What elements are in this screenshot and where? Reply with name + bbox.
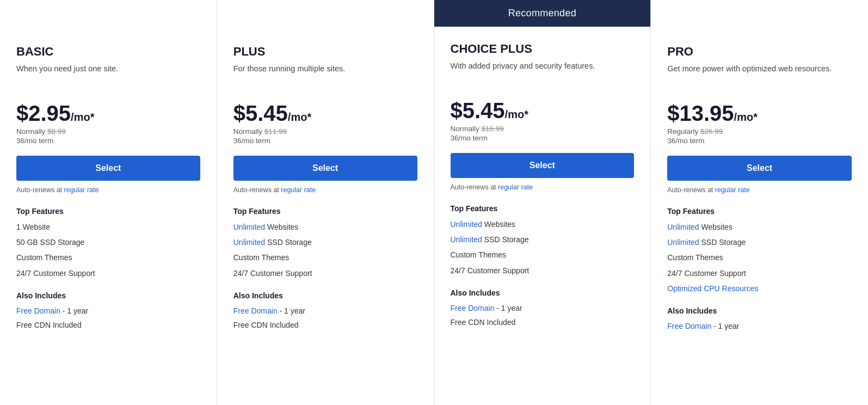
feature-item-basic-2: Custom Themes [16, 253, 200, 262]
price-normally-plus: Normally $11.99 [233, 127, 417, 136]
top-features-title-choice-plus: Top Features [451, 204, 635, 213]
regular-rate-link-pro[interactable]: regular rate [715, 186, 750, 194]
plan-name-pro: PRO [667, 45, 852, 59]
feature-item-basic-3: 24/7 Customer Support [16, 268, 200, 278]
feature-list-plus: Unlimited WebsitesUnlimited SSD StorageC… [233, 222, 417, 278]
also-highlight-choice-plus-0: Free Domain [451, 304, 495, 312]
also-list-choice-plus: Free Domain - 1 yearFree CDN Included [451, 304, 635, 327]
feature-list-basic: 1 Website50 GB SSD StorageCustom Themes2… [16, 222, 200, 278]
price-normally-choice-plus: Normally $16.99 [451, 125, 635, 133]
feature-highlight-plus-0: Unlimited [233, 223, 265, 231]
feature-item-pro-4: Optimized CPU Resources [667, 284, 852, 293]
price-row-basic: $2.95/mo* [16, 102, 200, 124]
feature-item-plus-2: Custom Themes [233, 253, 417, 262]
also-item-plus-0: Free Domain - 1 year [233, 306, 417, 315]
feature-highlight-choice-plus-0: Unlimited [451, 220, 482, 229]
feature-item-choice-plus-3: 24/7 Customer Support [451, 266, 635, 275]
price-term-plus: 36/mo term [233, 137, 417, 145]
also-item-pro-0: Free Domain - 1 year [667, 322, 852, 330]
also-item-choice-plus-1: Free CDN Included [451, 318, 635, 327]
top-features-title-pro: Top Features [667, 207, 852, 216]
also-item-plus-1: Free CDN Included [233, 321, 417, 329]
price-row-choice-plus: $5.45/mo* [451, 100, 635, 121]
also-list-pro: Free Domain - 1 year [667, 322, 852, 330]
feature-highlight-pro-4: Optimized CPU Resources [667, 284, 758, 293]
feature-item-choice-plus-1: Unlimited SSD Storage [451, 235, 635, 244]
recommended-spacer [651, 0, 868, 29]
select-button-choice-plus[interactable]: Select [451, 153, 635, 178]
price-row-pro: $13.95/mo* [667, 102, 852, 124]
plan-tagline-choice-plus: With added privacy and security features… [451, 60, 635, 87]
also-list-plus: Free Domain - 1 yearFree CDN Included [233, 306, 417, 329]
feature-item-pro-3: 24/7 Customer Support [667, 268, 852, 278]
feature-item-pro-2: Custom Themes [667, 253, 852, 262]
plan-col-choice-plus: RecommendedCHOICE PLUSWith added privacy… [434, 0, 651, 405]
top-features-title-basic: Top Features [16, 207, 200, 216]
price-term-choice-plus: 36/mo term [451, 134, 635, 142]
feature-item-basic-0: 1 Website [16, 222, 200, 232]
price-term-basic: 36/mo term [16, 137, 200, 145]
also-list-basic: Free Domain - 1 yearFree CDN Included [16, 306, 200, 329]
feature-item-basic-1: 50 GB SSD Storage [16, 237, 200, 247]
regular-rate-link-choice-plus[interactable]: regular rate [498, 183, 533, 191]
feature-highlight-plus-1: Unlimited [233, 238, 265, 247]
plan-name-choice-plus: CHOICE PLUS [451, 42, 635, 56]
price-main-basic: $2.95/mo* [16, 101, 94, 125]
top-features-title-plus: Top Features [233, 207, 417, 216]
recommended-badge: Recommended [434, 0, 651, 27]
price-term-pro: 36/mo term [667, 137, 852, 145]
plan-col-basic: BASICWhen you need just one site.$2.95/m… [0, 0, 217, 405]
also-includes-title-choice-plus: Also Includes [451, 289, 635, 297]
also-highlight-plus-0: Free Domain [233, 306, 278, 315]
price-normally-pro: Regularly $26.99 [667, 127, 852, 136]
plan-content-choice-plus: CHOICE PLUSWith added privacy and securi… [434, 27, 651, 405]
price-row-plus: $5.45/mo* [233, 102, 417, 124]
also-item-choice-plus-0: Free Domain - 1 year [451, 304, 635, 312]
feature-item-pro-0: Unlimited Websites [667, 222, 852, 232]
feature-list-choice-plus: Unlimited WebsitesUnlimited SSD StorageC… [451, 219, 635, 275]
also-item-basic-1: Free CDN Included [16, 321, 200, 329]
feature-item-plus-0: Unlimited Websites [233, 222, 417, 232]
price-main-pro: $13.95/mo* [667, 101, 758, 125]
regular-rate-link-plus[interactable]: regular rate [281, 186, 316, 194]
plan-content-basic: BASICWhen you need just one site.$2.95/m… [0, 29, 217, 405]
price-main-plus: $5.45/mo* [233, 101, 311, 125]
plan-col-plus: PLUSFor those running multiple sites.$5.… [217, 0, 434, 405]
regular-rate-link-basic[interactable]: regular rate [64, 186, 99, 194]
feature-item-pro-1: Unlimited SSD Storage [667, 237, 852, 247]
recommended-spacer [217, 0, 434, 29]
also-item-basic-0: Free Domain - 1 year [16, 306, 200, 315]
feature-item-plus-3: 24/7 Customer Support [233, 268, 417, 278]
feature-item-choice-plus-0: Unlimited Websites [451, 219, 635, 229]
plan-tagline-plus: For those running multiple sites. [233, 63, 417, 89]
also-includes-title-plus: Also Includes [233, 291, 417, 300]
also-highlight-pro-0: Free Domain [667, 322, 711, 330]
price-main-choice-plus: $5.45/mo* [451, 99, 528, 122]
auto-renews-pro: Auto-renews at regular rate [667, 186, 852, 194]
auto-renews-basic: Auto-renews at regular rate [16, 186, 200, 194]
feature-list-pro: Unlimited WebsitesUnlimited SSD StorageC… [667, 222, 852, 293]
plan-content-pro: PROGet more power with optimized web res… [651, 29, 868, 405]
select-button-plus[interactable]: Select [233, 156, 417, 181]
feature-highlight-pro-1: Unlimited [667, 238, 699, 247]
feature-item-choice-plus-2: Custom Themes [451, 250, 635, 260]
plan-tagline-basic: When you need just one site. [16, 63, 200, 89]
plan-content-plus: PLUSFor those running multiple sites.$5.… [217, 29, 434, 405]
also-highlight-basic-0: Free Domain [16, 306, 60, 315]
plan-name-basic: BASIC [16, 45, 200, 59]
price-normally-basic: Normally $8.99 [16, 127, 200, 136]
feature-highlight-choice-plus-1: Unlimited [451, 235, 482, 244]
plan-tagline-pro: Get more power with optimized web resour… [667, 63, 852, 89]
select-button-basic[interactable]: Select [16, 156, 200, 181]
plan-name-plus: PLUS [233, 45, 417, 59]
auto-renews-choice-plus: Auto-renews at regular rate [451, 183, 635, 191]
recommended-spacer [0, 0, 217, 29]
also-includes-title-pro: Also Includes [667, 306, 852, 315]
also-includes-title-basic: Also Includes [16, 291, 200, 300]
feature-highlight-pro-0: Unlimited [667, 223, 699, 231]
select-button-pro[interactable]: Select [667, 156, 852, 181]
auto-renews-plus: Auto-renews at regular rate [233, 186, 417, 194]
plan-col-pro: PROGet more power with optimized web res… [651, 0, 868, 405]
feature-item-plus-1: Unlimited SSD Storage [233, 237, 417, 247]
pricing-grid: BASICWhen you need just one site.$2.95/m… [0, 0, 868, 405]
